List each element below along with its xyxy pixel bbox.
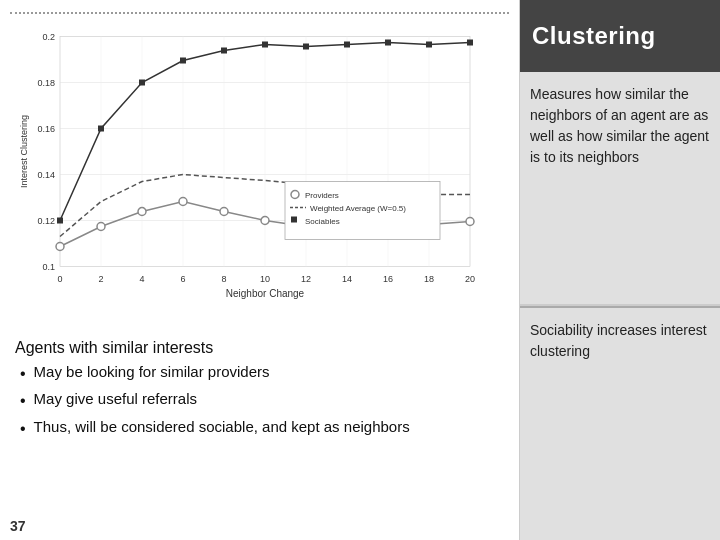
bullet-text-1: May be looking for similar providers [34, 363, 270, 380]
svg-rect-36 [98, 126, 104, 132]
left-panel: 0.2 0.18 0.16 0.14 0.12 0.1 Interest Clu… [0, 0, 520, 540]
bullet-icon: • [20, 418, 26, 440]
svg-text:Neighbor Change: Neighbor Change [225, 288, 304, 299]
list-item: • May give useful referrals [20, 390, 504, 412]
svg-text:4: 4 [139, 274, 144, 284]
bullet-list: • May be looking for similar providers •… [15, 363, 504, 440]
agents-title: Agents with similar interests [15, 339, 504, 357]
list-item: • May be looking for similar providers [20, 363, 504, 385]
svg-text:10: 10 [259, 274, 269, 284]
svg-text:18: 18 [423, 274, 433, 284]
bullet-text-3: Thus, will be considered sociable, and k… [34, 418, 410, 435]
svg-point-47 [97, 223, 105, 231]
svg-rect-37 [139, 80, 145, 86]
svg-rect-40 [262, 42, 268, 48]
right-bottom-section: Sociability increases interest clusterin… [520, 308, 720, 540]
svg-point-51 [261, 217, 269, 225]
right-panel: Clustering Measures how similar the neig… [520, 0, 720, 540]
svg-text:12: 12 [300, 274, 310, 284]
svg-text:0.1: 0.1 [42, 262, 55, 272]
bullet-text-2: May give useful referrals [34, 390, 197, 407]
svg-rect-42 [344, 42, 350, 48]
svg-point-50 [220, 208, 228, 216]
svg-rect-44 [426, 42, 432, 48]
svg-text:Interest Clustering: Interest Clustering [19, 115, 29, 188]
svg-rect-45 [467, 40, 473, 46]
svg-text:6: 6 [180, 274, 185, 284]
svg-rect-62 [291, 217, 297, 223]
svg-rect-39 [221, 48, 227, 54]
svg-text:20: 20 [464, 274, 474, 284]
description-2: Sociability increases interest clusterin… [530, 320, 710, 362]
svg-point-48 [138, 208, 146, 216]
list-item: • Thus, will be considered sociable, and… [20, 418, 504, 440]
svg-text:0.18: 0.18 [37, 78, 55, 88]
svg-text:Weighted Average (W=0.5): Weighted Average (W=0.5) [310, 204, 406, 213]
svg-point-49 [179, 198, 187, 206]
svg-rect-41 [303, 44, 309, 50]
svg-text:0.2: 0.2 [42, 32, 55, 42]
svg-text:Sociables: Sociables [305, 217, 340, 226]
page-number: 37 [10, 518, 26, 534]
svg-text:0: 0 [57, 274, 62, 284]
right-middle-section: Measures how similar the neighbors of an… [520, 72, 720, 306]
chart-area: 0.2 0.18 0.16 0.14 0.12 0.1 Interest Clu… [15, 24, 505, 324]
clustering-title: Clustering [532, 22, 656, 50]
svg-rect-35 [57, 218, 63, 224]
svg-text:8: 8 [221, 274, 226, 284]
svg-text:2: 2 [98, 274, 103, 284]
svg-text:16: 16 [382, 274, 392, 284]
svg-text:0.14: 0.14 [37, 170, 55, 180]
bullet-icon: • [20, 390, 26, 412]
bullet-section: Agents with similar interests • May be l… [10, 329, 509, 540]
svg-point-46 [56, 243, 64, 251]
svg-text:0.12: 0.12 [37, 216, 55, 226]
svg-point-56 [466, 218, 474, 226]
svg-text:0.16: 0.16 [37, 124, 55, 134]
svg-point-58 [291, 191, 299, 199]
svg-rect-43 [385, 40, 391, 46]
svg-text:14: 14 [341, 274, 351, 284]
right-top-bar: Clustering [520, 0, 720, 72]
svg-rect-38 [180, 58, 186, 64]
description-1: Measures how similar the neighbors of an… [530, 84, 710, 168]
bullet-icon: • [20, 363, 26, 385]
svg-text:Providers: Providers [305, 191, 339, 200]
